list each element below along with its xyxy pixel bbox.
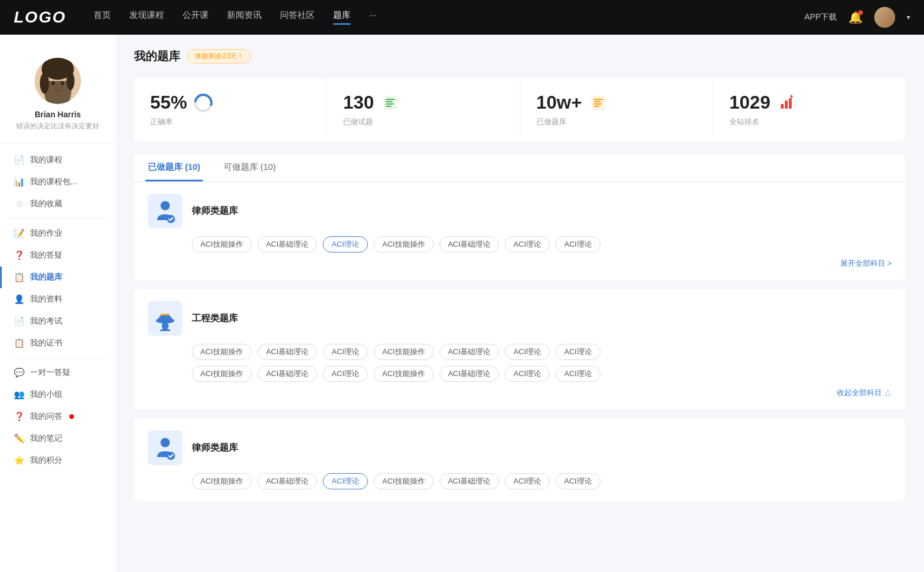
- nav-item-more[interactable]: ···: [369, 10, 377, 25]
- eng-tag-r2-4[interactable]: ACI基础理论: [439, 366, 500, 382]
- app-download-button[interactable]: APP下载: [804, 12, 837, 23]
- nav-item-qa[interactable]: 问答社区: [280, 10, 315, 25]
- l2-tag-5[interactable]: ACI理论: [505, 473, 550, 489]
- sidebar-item-course-pack[interactable]: 📊 我的课程包...: [0, 171, 116, 193]
- svg-rect-13: [386, 101, 393, 102]
- stat-top-rank: 1029: [729, 92, 889, 113]
- eng-tag-r2-0[interactable]: ACI技能操作: [192, 366, 252, 382]
- qbank-tags-engineer-row2: ACI技能操作 ACI基础理论 ACI理论 ACI技能操作 ACI基础理论 AC…: [192, 366, 892, 382]
- sidebar-item-1on1[interactable]: 💬 一对一答疑: [0, 362, 116, 384]
- nav-item-open[interactable]: 公开课: [182, 10, 208, 25]
- sidebar-username: Brian Harris: [35, 110, 81, 119]
- stat-label-rank: 全站排名: [729, 117, 889, 127]
- eng-tag-r2-2[interactable]: ACI理论: [323, 366, 368, 382]
- qbank-tag-6[interactable]: ACI理论: [556, 236, 601, 252]
- qbank-card-lawyer: 律师类题库 ACI技能操作 ACI基础理论 ACI理论 ACI技能操作 ACI基…: [134, 182, 906, 280]
- qbank-tag-0[interactable]: ACI技能操作: [192, 236, 252, 252]
- nav-item-news[interactable]: 新闻资讯: [227, 10, 262, 25]
- logo[interactable]: LOGO: [14, 8, 66, 27]
- page-header: 我的题库 体验剩余23天！: [134, 49, 906, 64]
- sidebar-item-profile[interactable]: 👤 我的资料: [0, 288, 116, 310]
- sidebar-item-group[interactable]: 👥 我的小组: [0, 384, 116, 406]
- svg-rect-12: [386, 99, 395, 100]
- stat-questions-done: 130 已做试题: [327, 78, 520, 141]
- eng-tag-r1-3[interactable]: ACI技能操作: [374, 344, 434, 360]
- svg-point-5: [44, 61, 72, 80]
- sidebar-item-qa-mine[interactable]: ❓ 我的答疑: [0, 244, 116, 266]
- user-avatar[interactable]: [874, 7, 895, 28]
- eng-tag-r1-6[interactable]: ACI理论: [556, 344, 601, 360]
- list-green-icon: [380, 92, 401, 113]
- qbank-title-engineer: 工程类题库: [192, 313, 238, 325]
- sidebar-item-qbank[interactable]: 📋 我的题库: [0, 266, 116, 288]
- sidebar-avatar: [35, 58, 81, 104]
- homework-icon: 📝: [14, 228, 24, 239]
- sidebar-divider-1: [9, 218, 106, 219]
- l2-tag-1[interactable]: ACI基础理论: [258, 473, 318, 489]
- sidebar-item-exam[interactable]: 📄 我的考试: [0, 310, 116, 332]
- eng-tag-r2-1[interactable]: ACI基础理论: [258, 366, 318, 382]
- pie-chart-icon: [193, 92, 214, 113]
- sidebar-item-my-qa[interactable]: ❓ 我的问答: [0, 406, 116, 428]
- notification-bell[interactable]: 🔔: [848, 10, 863, 24]
- sidebar-item-label: 我的问答: [30, 411, 62, 422]
- stat-top-questions: 130: [343, 92, 503, 113]
- group-icon: 👥: [14, 389, 24, 400]
- eng-tag-r2-3[interactable]: ACI技能操作: [374, 366, 434, 382]
- main-content: 我的题库 体验剩余23天！ 55%: [116, 35, 924, 572]
- collection-icon: ☆: [14, 199, 24, 209]
- sidebar-item-collection[interactable]: ☆ 我的收藏: [0, 193, 116, 215]
- sidebar-item-label: 我的证书: [30, 338, 62, 348]
- stat-banks-done: 10w+ 已做题库: [520, 78, 713, 141]
- svg-rect-22: [785, 101, 788, 109]
- sidebar-item-my-course[interactable]: 📄 我的课程: [0, 149, 116, 171]
- qbank-tag-2-active[interactable]: ACI理论: [323, 236, 368, 252]
- qbank-tag-4[interactable]: ACI基础理论: [439, 236, 500, 252]
- sidebar-item-cert[interactable]: 📋 我的证书: [0, 332, 116, 354]
- list-orange-icon: [588, 92, 609, 113]
- stat-value-rank: 1029: [729, 92, 770, 113]
- stat-label-banks: 已做题库: [536, 117, 696, 127]
- eng-tag-r1-5[interactable]: ACI理论: [505, 344, 550, 360]
- eng-tag-r1-2[interactable]: ACI理论: [323, 344, 368, 360]
- sidebar-item-label: 我的课程: [30, 155, 62, 165]
- sidebar-item-label: 我的收藏: [30, 199, 62, 209]
- l2-tag-4[interactable]: ACI基础理论: [439, 473, 500, 489]
- eng-tag-r1-0[interactable]: ACI技能操作: [192, 344, 252, 360]
- l2-tag-3[interactable]: ACI技能操作: [374, 473, 434, 489]
- nav-item-qbank[interactable]: 题库: [333, 10, 351, 25]
- svg-rect-28: [161, 314, 170, 315]
- nav-item-discover[interactable]: 发现课程: [129, 10, 164, 25]
- sidebar-item-notes[interactable]: ✏️ 我的笔记: [0, 428, 116, 450]
- eng-tag-r1-1[interactable]: ACI基础理论: [258, 344, 318, 360]
- tab-done-banks[interactable]: 已做题库 (10): [146, 155, 203, 181]
- sidebar-item-homework[interactable]: 📝 我的作业: [0, 222, 116, 244]
- sidebar-motto: 错误的决定比没有决定要好: [16, 121, 99, 131]
- exam-icon: 📄: [14, 316, 24, 326]
- sidebar-item-label: 我的题库: [30, 272, 62, 283]
- stat-label-questions: 已做试题: [343, 117, 503, 127]
- eng-tag-r2-5[interactable]: ACI理论: [505, 366, 550, 382]
- l2-tag-2-active[interactable]: ACI理论: [323, 473, 368, 489]
- qbank-collapse-engineer[interactable]: 收起全部科目 △: [148, 388, 892, 398]
- sidebar-item-label: 我的作业: [30, 228, 62, 239]
- sidebar-item-points[interactable]: ⭐ 我的积分: [0, 450, 116, 471]
- l2-tag-0[interactable]: ACI技能操作: [192, 473, 252, 489]
- stat-site-rank: 1029 全站排名: [713, 78, 906, 141]
- qbank-expand-lawyer[interactable]: 展开全部科目 >: [148, 258, 892, 269]
- nav-item-home[interactable]: 首页: [94, 10, 111, 25]
- qbank-header-engineer: 工程类题库: [148, 301, 892, 336]
- eng-tag-r2-6[interactable]: ACI理论: [556, 366, 601, 382]
- tab-available-banks[interactable]: 可做题库 (10): [221, 155, 278, 181]
- qbank-icon-engineer: [148, 301, 182, 336]
- stat-label-correct: 正确率: [150, 117, 310, 127]
- l2-tag-6[interactable]: ACI理论: [556, 473, 601, 489]
- qbank-tag-5[interactable]: ACI理论: [505, 236, 550, 252]
- qbank-tag-1[interactable]: ACI基础理论: [258, 236, 318, 252]
- qbank-tag-3[interactable]: ACI技能操作: [374, 236, 434, 252]
- user-dropdown-arrow[interactable]: ▾: [907, 13, 910, 21]
- sidebar-item-label: 我的考试: [30, 316, 62, 326]
- engineer-svg: [152, 306, 178, 331]
- eng-tag-r1-4[interactable]: ACI基础理论: [439, 344, 500, 360]
- qbank-tags-lawyer2: ACI技能操作 ACI基础理论 ACI理论 ACI技能操作 ACI基础理论 AC…: [192, 473, 892, 489]
